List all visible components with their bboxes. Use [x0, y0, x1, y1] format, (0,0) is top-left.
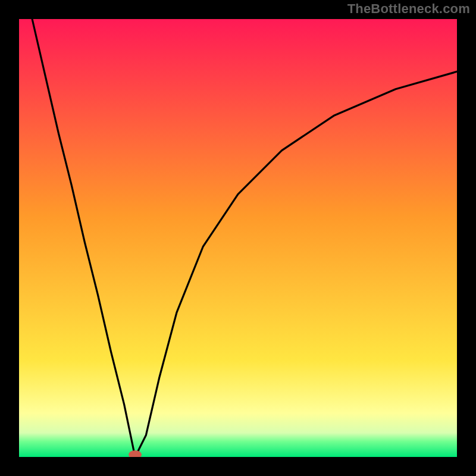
chart-container: { "attribution": "TheBottleneck.com", "c… — [0, 0, 476, 476]
gradient-background — [19, 19, 457, 457]
bottleneck-chart — [0, 0, 476, 476]
attribution-text: TheBottleneck.com — [347, 1, 470, 17]
